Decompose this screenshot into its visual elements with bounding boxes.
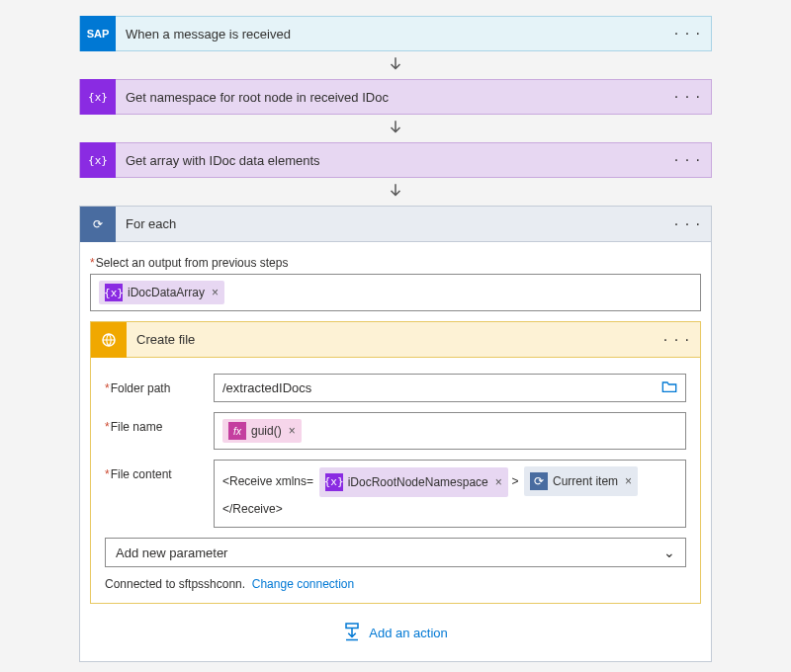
variable-icon: {x} <box>80 142 116 178</box>
folder-path-value: /extractedIDocs <box>222 380 661 395</box>
arrow-down-icon <box>79 119 712 136</box>
remove-chip-icon[interactable]: × <box>495 470 502 494</box>
file-content-label: File content <box>105 460 214 481</box>
xml-close: </Receive> <box>222 502 283 516</box>
step-menu-icon[interactable]: · · · <box>664 88 711 106</box>
chip-idocdataarray[interactable]: {x} iDocDataArray × <box>99 281 224 304</box>
variable-icon: {x} <box>325 473 343 491</box>
create-file-header[interactable]: Create file · · · <box>91 322 700 358</box>
remove-chip-icon[interactable]: × <box>289 424 296 438</box>
add-action-icon <box>343 622 361 643</box>
folder-path-input[interactable]: /extractedIDocs <box>214 374 686 402</box>
add-action-label: Add an action <box>369 626 448 640</box>
variable-icon: {x} <box>105 284 123 301</box>
step-title: When a message is received <box>116 27 664 42</box>
chip-label: iDocRootNodeNamespace <box>348 470 488 494</box>
step-menu-icon[interactable]: · · · <box>654 331 700 349</box>
chip-namespace[interactable]: {x} iDocRootNodeNamespace × <box>319 467 508 497</box>
step-sap-trigger[interactable]: SAP When a message is received · · · <box>79 16 712 51</box>
step-menu-icon[interactable]: · · · <box>664 215 711 233</box>
xml-gt: > <box>511 474 518 488</box>
chip-label: Current item <box>553 469 618 493</box>
file-name-label: File name <box>105 412 214 434</box>
step-get-array[interactable]: {x} Get array with IDoc data elements · … <box>79 142 712 178</box>
step-menu-icon[interactable]: · · · <box>664 25 711 42</box>
add-parameter-label: Add new parameter <box>116 546 227 560</box>
create-file-container: Create file · · · Folder path /extracted… <box>90 321 701 604</box>
loop-icon: ⟳ <box>530 472 548 490</box>
file-content-input[interactable]: <Receive xmlns= {x} iDocRootNodeNamespac… <box>214 460 686 528</box>
remove-chip-icon[interactable]: × <box>625 469 632 493</box>
variable-icon: {x} <box>80 79 116 115</box>
step-menu-icon[interactable]: · · · <box>664 151 711 169</box>
step-title: Get array with IDoc data elements <box>116 153 664 168</box>
chip-current-item[interactable]: ⟳ Current item × <box>524 466 638 496</box>
arrow-down-icon <box>79 55 712 73</box>
remove-chip-icon[interactable]: × <box>212 286 219 299</box>
change-connection-link[interactable]: Change connection <box>252 577 354 591</box>
chip-guid[interactable]: fx guid() × <box>222 419 302 443</box>
add-parameter-dropdown[interactable]: Add new parameter ⌄ <box>105 538 686 567</box>
fx-icon: fx <box>228 422 246 440</box>
loop-icon: ⟳ <box>80 207 116 242</box>
step-title: Create file <box>127 332 654 347</box>
step-title: For each <box>116 216 664 231</box>
select-output-label: Select an output from previous steps <box>90 256 701 270</box>
connection-info: Connected to sftpsshconn. Change connect… <box>105 577 686 591</box>
step-get-namespace[interactable]: {x} Get namespace for root node in recei… <box>79 79 712 115</box>
file-name-input[interactable]: fx guid() × <box>214 412 686 450</box>
chevron-down-icon: ⌄ <box>663 545 675 560</box>
chip-label: guid() <box>251 424 282 438</box>
sftp-icon <box>91 322 127 358</box>
foreach-container: ⟳ For each · · · Select an output from p… <box>79 206 712 662</box>
arrow-down-icon <box>79 182 712 200</box>
chip-label: iDocDataArray <box>128 286 205 299</box>
xml-open: <Receive xmlns= <box>222 474 313 488</box>
folder-picker-icon[interactable] <box>661 379 677 396</box>
step-title: Get namespace for root node in received … <box>116 90 664 105</box>
sap-icon: SAP <box>80 16 116 51</box>
foreach-header[interactable]: ⟳ For each · · · <box>80 207 711 242</box>
select-output-input[interactable]: {x} iDocDataArray × <box>90 274 701 311</box>
folder-path-label: Folder path <box>105 374 214 395</box>
svg-rect-1 <box>346 624 358 629</box>
add-action-button[interactable]: Add an action <box>90 604 701 651</box>
